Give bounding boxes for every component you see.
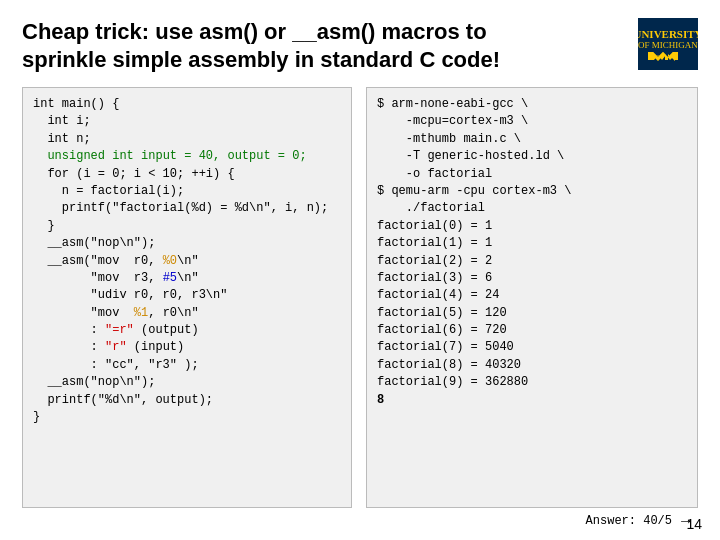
svg-text:OF MICHIGAN: OF MICHIGAN [638, 40, 698, 50]
page: Cheap trick: use asm() or __asm() macros… [0, 0, 720, 540]
output-panel: $ arm-none-eabi-gcc \ -mcpu=cortex-m3 \ … [366, 87, 698, 508]
page-title: Cheap trick: use asm() or __asm() macros… [22, 18, 500, 73]
page-number: 14 [686, 516, 702, 532]
header: Cheap trick: use asm() or __asm() macros… [22, 18, 698, 73]
answer-row: Answer: 40/5 → [22, 512, 698, 530]
svg-text:UNIVERSITY: UNIVERSITY [638, 28, 698, 40]
code-panel: int main() { int i; int n; unsigned int … [22, 87, 352, 508]
answer-label: Answer: 40/5 [586, 514, 672, 528]
final-answer-output: 8 [377, 393, 384, 407]
code-line-1: int main() { int i; int n; unsigned int … [33, 97, 328, 424]
michigan-logo: UNIVERSITY OF MICHIGAN [638, 18, 698, 70]
content-area: int main() { int i; int n; unsigned int … [22, 87, 698, 508]
